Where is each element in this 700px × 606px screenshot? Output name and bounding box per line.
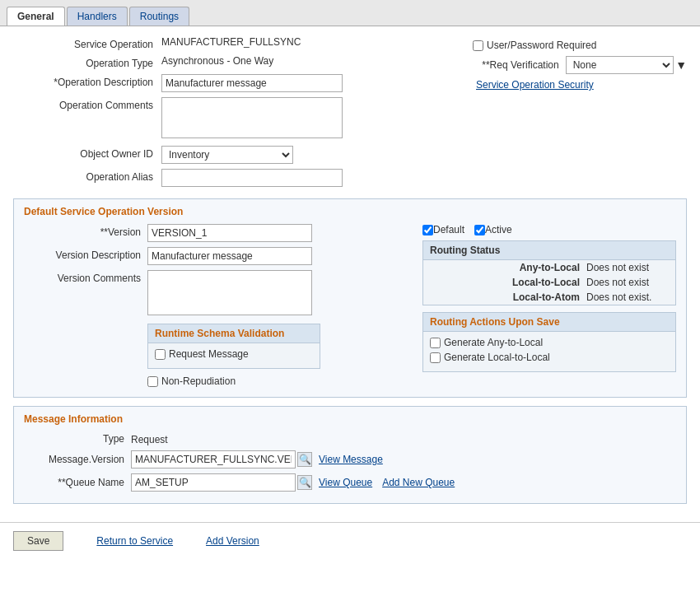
version-input [147, 224, 312, 242]
routing-status-title: Routing Status [423, 241, 675, 260]
version-description-label: Version Description [24, 247, 147, 261]
footer-bar: Save Return to Service Add Version [0, 522, 700, 559]
runtime-schema-box: Runtime Schema Validation Request Messag… [147, 324, 320, 369]
generate-any-local-checkbox[interactable] [430, 338, 441, 348]
local-atom-label: Local-to-Atom [496, 291, 586, 303]
req-verification-select[interactable]: None Basic WS-Security [566, 56, 674, 74]
generate-local-local-label: Generate Local-to-Local [444, 352, 550, 363]
runtime-schema-title: Runtime Schema Validation [148, 324, 320, 343]
operation-comments-row: Operation Comments [13, 97, 456, 141]
message-information-title: Message Information [24, 413, 676, 425]
tab-routings[interactable]: Routings [129, 7, 189, 26]
operation-comments-textarea[interactable] [161, 97, 343, 138]
service-operation-label: Service Operation [13, 36, 161, 50]
version-inner: *Version Version Description Version Com… [24, 224, 676, 390]
local-atom-value: Does not exist. [586, 291, 669, 303]
object-owner-row: Object Owner ID Inventory [13, 146, 456, 164]
version-comments-row: Version Comments [24, 270, 413, 315]
non-repudiation-label: Non-Repudiation [161, 375, 236, 387]
version-section-title: Default Service Operation Version [24, 206, 676, 217]
non-repudiation-checkbox[interactable] [147, 376, 158, 387]
queue-name-input[interactable] [131, 473, 296, 492]
operation-comments-label: Operation Comments [13, 97, 161, 111]
queue-name-row: *Queue Name 🔍 View Queue Add New Queue [24, 473, 676, 492]
view-queue-link[interactable]: View Queue [319, 477, 372, 488]
any-local-label: Any-to-Local [496, 262, 586, 273]
return-to-service-link[interactable]: Return to Service [96, 535, 173, 547]
tab-handlers[interactable]: Handlers [67, 7, 128, 26]
message-information-section: Message Information Type Request Message… [13, 406, 687, 504]
queue-name-search-icon[interactable]: 🔍 [297, 475, 312, 490]
operation-alias-input[interactable] [161, 169, 343, 187]
routing-actions-body: Generate Any-to-Local Generate Local-to-… [423, 332, 675, 371]
tab-general[interactable]: General [7, 7, 65, 26]
save-button[interactable]: Save [13, 531, 63, 551]
default-container: Default [422, 224, 464, 235]
view-message-link[interactable]: View Message [319, 454, 383, 465]
msg-version-row: Message.Version 🔍 View Message [24, 450, 676, 468]
version-left: *Version Version Description Version Com… [24, 224, 413, 390]
routing-status-local-atom: Local-to-Atom Does not exist. [423, 290, 675, 305]
user-password-row: User/Password Required [473, 40, 687, 51]
operation-type-row: Operation Type Asynchronous - One Way [13, 55, 456, 69]
local-local-label: Local-to-Local [496, 277, 586, 288]
version-row: *Version [24, 224, 413, 242]
operation-alias-label: Operation Alias [13, 169, 161, 183]
req-verification-row: *Req Verification None Basic WS-Security… [473, 56, 687, 74]
operation-type-value: Asynchronous - One Way [161, 53, 273, 67]
version-description-row: Version Description [24, 247, 413, 265]
service-operation-row: Service Operation MANUFACTURER_FULLSYNC [13, 36, 456, 50]
generate-any-local-label: Generate Any-to-Local [444, 337, 543, 348]
routing-status-local-local: Local-to-Local Does not exist [423, 275, 675, 290]
routing-status-any-local: Any-to-Local Does not exist [423, 260, 675, 275]
add-version-link[interactable]: Add Version [206, 535, 259, 547]
msg-type-label: Type [24, 433, 131, 445]
active-checkbox[interactable] [474, 225, 485, 235]
runtime-schema-container: Runtime Schema Validation Request Messag… [147, 324, 320, 369]
tab-bar: General Handlers Routings [0, 0, 700, 26]
msg-version-label: Message.Version [24, 454, 131, 465]
msg-version-input[interactable] [131, 450, 296, 468]
msg-type-value: Request [131, 431, 168, 445]
service-operation-security-link[interactable]: Service Operation Security [476, 79, 594, 91]
version-comments-label: Version Comments [24, 270, 147, 284]
version-comments-textarea[interactable] [147, 270, 312, 315]
object-owner-select[interactable]: Inventory [161, 146, 293, 164]
any-local-value: Does not exist [586, 262, 669, 273]
user-password-label: User/Password Required [487, 40, 596, 51]
msg-type-row: Type Request [24, 431, 676, 445]
operation-description-label: *Operation Description [13, 74, 161, 88]
active-container: Active [474, 224, 512, 235]
version-description-input[interactable] [147, 247, 312, 265]
operation-description-input[interactable] [161, 74, 343, 92]
left-form: Service Operation MANUFACTURER_FULLSYNC … [13, 36, 456, 192]
generate-any-local-row: Generate Any-to-Local [430, 337, 669, 348]
main-content: Service Operation MANUFACTURER_FULLSYNC … [0, 26, 700, 522]
default-active-row: Default Active [422, 224, 676, 235]
user-password-checkbox[interactable] [473, 40, 483, 51]
queue-name-label: *Queue Name [24, 477, 131, 488]
req-verification-dropdown-icon: ▼ [675, 58, 687, 72]
default-checkbox[interactable] [422, 225, 433, 235]
runtime-schema-body: Request Message [148, 343, 320, 368]
object-owner-label: Object Owner ID [13, 146, 161, 160]
routing-actions-title: Routing Actions Upon Save [423, 313, 675, 332]
version-label: *Version [24, 224, 147, 238]
operation-type-label: Operation Type [13, 55, 161, 69]
request-message-row: Request Message [155, 348, 313, 360]
msg-version-search-icon[interactable]: 🔍 [297, 452, 312, 467]
operation-alias-row: Operation Alias [13, 169, 456, 187]
add-new-queue-link[interactable]: Add New Queue [382, 477, 455, 488]
version-right: Default Active Routing Status Any-to-Loc… [413, 224, 676, 390]
routing-status-box: Routing Status Any-to-Local Does not exi… [422, 240, 676, 305]
top-section: Service Operation MANUFACTURER_FULLSYNC … [13, 36, 687, 192]
request-message-label: Request Message [169, 348, 249, 360]
service-operation-value: MANUFACTURER_FULLSYNC [161, 34, 301, 48]
right-panel: User/Password Required *Req Verification… [456, 36, 687, 192]
generate-local-local-row: Generate Local-to-Local [430, 352, 669, 363]
service-operation-security-container: Service Operation Security [476, 79, 687, 91]
generate-local-local-checkbox[interactable] [430, 352, 441, 363]
non-repudiation-row: Non-Repudiation [147, 375, 413, 387]
default-label: Default [433, 224, 464, 235]
request-message-checkbox[interactable] [155, 349, 166, 360]
